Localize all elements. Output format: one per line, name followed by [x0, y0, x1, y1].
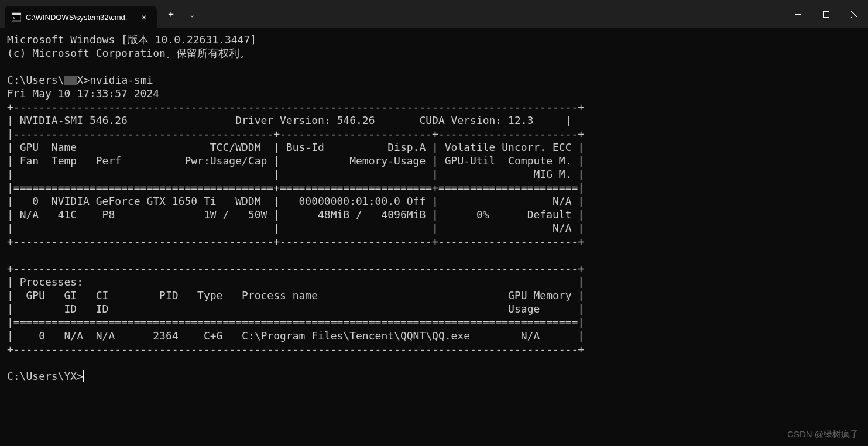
smi-processes-header: | ID ID Usage |: [7, 303, 584, 315]
smi-header-row: | | | MIG M. |: [7, 168, 584, 180]
smi-process-row: | 0 N/A N/A 2364 C+G C:\Program Files\Te…: [7, 330, 584, 342]
cmd-icon: >_: [12, 12, 21, 22]
smi-header-row: | Fan Temp Perf Pwr:Usage/Cap | Memory-U…: [7, 155, 584, 167]
maximize-button[interactable]: [812, 0, 840, 28]
cursor: [83, 370, 84, 382]
smi-header-row: | GPU Name TCC/WDDM | Bus-Id Disp.A | Vo…: [7, 141, 584, 153]
os-banner-line1: Microsoft Windows [版本 10.0.22631.3447]: [7, 33, 256, 46]
prompt-1: C:\Users\X>nvidia-smi: [7, 74, 153, 86]
close-button[interactable]: [840, 0, 868, 28]
svg-rect-4: [823, 11, 829, 17]
smi-border: +---------------------------------------…: [7, 262, 584, 275]
smi-sep: |=======================================…: [7, 316, 584, 328]
svg-text:>_: >_: [13, 16, 18, 20]
terminal-output[interactable]: Microsoft Windows [版本 10.0.22631.3447] (…: [0, 28, 868, 387]
nvidia-smi-timestamp: Fri May 10 17:33:57 2024: [7, 87, 159, 100]
tab-active[interactable]: >_ C:\WINDOWS\system32\cmd. ✕: [5, 6, 157, 28]
smi-gpu-row: | N/A 41C P8 1W / 50W | 48MiB / 4096MiB …: [7, 208, 584, 221]
smi-processes-title: | Processes: |: [7, 276, 584, 288]
smi-gpu-row: | | | N/A |: [7, 222, 584, 234]
tab-title: C:\WINDOWS\system32\cmd.: [26, 13, 133, 22]
smi-border: +---------------------------------------…: [7, 343, 584, 355]
smi-version-row: | NVIDIA-SMI 546.26 Driver Version: 546.…: [7, 114, 572, 126]
tab-close-button[interactable]: ✕: [138, 11, 150, 23]
smi-sep: |---------------------------------------…: [7, 128, 584, 140]
smi-border: +---------------------------------------…: [7, 101, 584, 113]
redacted-user: [64, 76, 77, 85]
os-banner-line2: (c) Microsoft Corporation。保留所有权利。: [7, 47, 250, 59]
window-controls: [784, 0, 868, 28]
tab-dropdown-button[interactable]: ⌄: [181, 4, 203, 25]
new-tab-button[interactable]: ＋: [160, 4, 181, 25]
smi-border: +---------------------------------------…: [7, 235, 584, 248]
prompt-2: C:\Users\YX>: [7, 370, 83, 382]
titlebar: >_ C:\WINDOWS\system32\cmd. ✕ ＋ ⌄: [0, 0, 868, 28]
smi-gpu-row: | 0 NVIDIA GeForce GTX 1650 Ti WDDM | 00…: [7, 195, 584, 207]
smi-sep: |=======================================…: [7, 181, 584, 194]
svg-rect-1: [12, 13, 21, 15]
watermark: CSDN @绿树疯子: [787, 429, 859, 440]
minimize-button[interactable]: [784, 0, 812, 28]
smi-processes-header: | GPU GI CI PID Type Process name GPU Me…: [7, 289, 584, 301]
